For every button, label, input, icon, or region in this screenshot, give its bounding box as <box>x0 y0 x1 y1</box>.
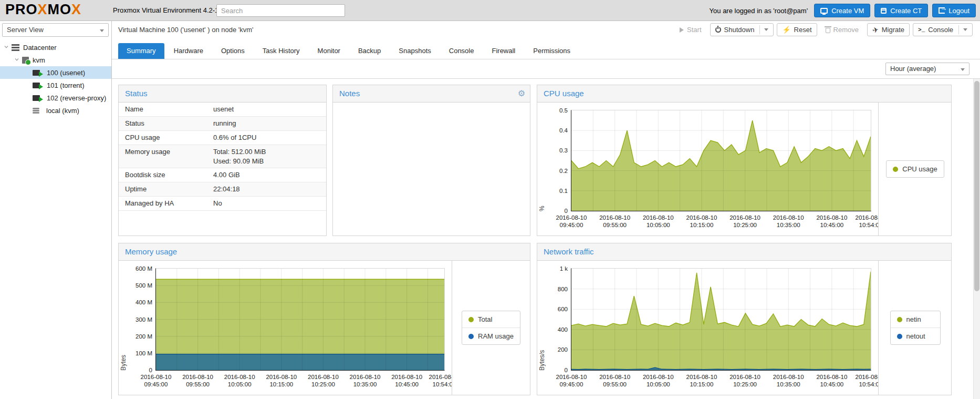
node-icon <box>22 57 29 64</box>
status-row-bootdisk: Bootdisk size4.00 GiB <box>119 168 326 182</box>
scrollbar-thumb[interactable] <box>974 81 979 291</box>
memory-plot-area: 0 100 M 200 M 300 M 400 M 500 M 600 M 20… <box>155 268 445 371</box>
resource-tree: Datacenter kvm 100 (usenet) 101 (torrent… <box>0 41 111 117</box>
remove-button[interactable]: Remove <box>820 23 864 36</box>
terminal-icon: >_ <box>918 27 925 33</box>
create-vm-button[interactable]: Create VM <box>814 4 870 17</box>
tab-task-history[interactable]: Task History <box>254 43 308 59</box>
series-dot <box>468 317 474 322</box>
shutdown-button[interactable]: Shutdown <box>710 23 774 36</box>
tab-firewall[interactable]: Firewall <box>483 43 524 59</box>
cpu-area-chart <box>571 110 871 211</box>
tree-item-vm-100[interactable]: 100 (usenet) <box>0 66 111 79</box>
status-row-cpu: CPU usage0.6% of 1CPU <box>119 131 326 145</box>
cpu-usage-panel: CPU usage % 0 0.1 0.2 0.3 0.4 0.5 2016-0… <box>537 85 952 236</box>
cpu-legend: CPU usage <box>879 103 952 236</box>
vm-running-icon <box>33 95 40 101</box>
container-cube-icon <box>881 8 887 14</box>
series-dot <box>897 317 902 322</box>
series-dot <box>897 334 902 339</box>
tab-backup[interactable]: Backup <box>350 43 389 59</box>
console-button[interactable]: >_Console <box>913 23 973 36</box>
vm-running-icon <box>33 83 40 88</box>
notes-panel: Notes ⚙ <box>332 85 530 236</box>
legend-item: CPU usage <box>887 161 943 177</box>
y-axis-label: % <box>538 103 546 211</box>
search-input[interactable] <box>216 4 345 17</box>
notes-body[interactable] <box>333 103 530 236</box>
gear-icon[interactable]: ⚙ <box>518 89 525 98</box>
migrate-button[interactable]: ✈Migrate <box>867 23 910 36</box>
vertical-scrollbar[interactable] <box>973 79 980 399</box>
expander-icon[interactable] <box>4 44 8 48</box>
panel-title: CPU usage <box>544 89 584 98</box>
tab-options[interactable]: Options <box>213 43 253 59</box>
tab-bar: Summary Hardware Options Task History Mo… <box>112 38 980 59</box>
memory-legend: Total RAM usage <box>452 261 530 395</box>
vm-titlebar: Virtual Machine 100 ('usenet' ) on node … <box>112 21 980 38</box>
tab-summary[interactable]: Summary <box>118 43 164 59</box>
series-dot <box>468 334 474 339</box>
play-icon <box>680 27 684 33</box>
chevron-down-icon <box>100 29 104 32</box>
expander-icon[interactable] <box>15 57 18 60</box>
status-row-name: Nameusenet <box>119 103 326 117</box>
cpu-chart: % 0 0.1 0.2 0.3 0.4 0.5 2016-08-1009:45:… <box>537 103 879 236</box>
memory-chart: Bytes 0 100 M 200 M 300 M 400 M 500 M 60… <box>119 261 452 395</box>
tab-snapshots[interactable]: Snapshots <box>390 43 439 59</box>
memory-usage-panel: Memory usage Bytes 0 100 M 200 M 300 M 4… <box>118 243 530 395</box>
page-title: Virtual Machine 100 ('usenet' ) on node … <box>118 21 254 38</box>
tree-item-node-kvm[interactable]: kvm <box>0 54 111 66</box>
start-button[interactable]: Start <box>674 23 706 36</box>
network-traffic-panel: Network traffic Bytes/s 0 200 400 600 80… <box>537 243 952 395</box>
y-axis-label: Bytes <box>120 261 127 371</box>
chart-range-toolbar: Hour (average) <box>112 59 980 79</box>
status-row-memory: Memory usageTotal: 512.00 MiBUsed: 90.09… <box>119 145 326 168</box>
network-plot-area: 0 200 400 600 800 1 k 2016-08-1009:45:00… <box>571 268 871 371</box>
create-ct-button[interactable]: Create CT <box>874 4 928 17</box>
legend-item: RAM usage <box>462 328 520 344</box>
power-icon <box>715 27 721 33</box>
status-row-status: Statusrunning <box>119 117 326 131</box>
vm-running-icon <box>33 70 40 76</box>
legend-item: netout <box>891 328 940 344</box>
tree-item-storage-local[interactable]: local (kvm) <box>0 104 111 117</box>
tab-console[interactable]: Console <box>441 43 483 59</box>
tab-hardware[interactable]: Hardware <box>165 43 212 59</box>
chevron-down-icon <box>961 68 965 71</box>
panel-title: Notes <box>339 89 360 98</box>
status-row-uptime: Uptime22:04:18 <box>119 182 326 197</box>
trash-icon <box>826 28 830 33</box>
lightning-icon: ⚡ <box>782 26 790 33</box>
send-plane-icon: ✈ <box>872 25 879 34</box>
tab-permissions[interactable]: Permissions <box>525 43 579 59</box>
login-status-text: You are logged in as 'root@pam' <box>710 7 808 15</box>
proxmox-logo: PROXMOX <box>5 2 81 18</box>
status-panel: Status Nameusenet Statusrunning CPU usag… <box>118 85 327 236</box>
series-dot <box>893 167 898 172</box>
network-legend: netin netout <box>879 261 952 395</box>
network-chart: Bytes/s 0 200 400 600 800 1 k 2016-08-10… <box>537 261 879 395</box>
view-selector-dropdown[interactable]: Server View <box>2 23 109 37</box>
tree-item-vm-102[interactable]: 102 (reverse-proxy) <box>0 91 111 104</box>
datacenter-icon <box>12 44 19 46</box>
status-row-ha: Managed by HANo <box>119 197 326 211</box>
legend-item: netin <box>891 311 940 328</box>
storage-icon <box>33 108 39 109</box>
tree-item-datacenter[interactable]: Datacenter <box>0 41 111 54</box>
chevron-down-icon[interactable] <box>764 28 768 31</box>
y-axis-label: Bytes/s <box>538 261 546 371</box>
top-header: PROXMOX Proxmox Virtual Environment 4.2-… <box>0 0 980 21</box>
cpu-plot-area: 0 0.1 0.2 0.3 0.4 0.5 2016-08-1009:45:00… <box>571 110 871 211</box>
summary-content: Status Nameusenet Statusrunning CPU usag… <box>112 79 980 399</box>
logout-button[interactable]: Logout <box>932 4 976 17</box>
memory-area-chart <box>156 269 444 370</box>
tree-item-vm-101[interactable]: 101 (torrent) <box>0 79 111 91</box>
reset-button[interactable]: ⚡Reset <box>777 23 817 36</box>
panel-title: Network traffic <box>544 247 594 256</box>
time-range-dropdown[interactable]: Hour (average) <box>885 63 969 75</box>
chevron-down-icon[interactable] <box>963 28 967 31</box>
panel-title: Memory usage <box>125 247 177 256</box>
monitor-icon <box>820 8 828 14</box>
tab-monitor[interactable]: Monitor <box>309 43 349 59</box>
